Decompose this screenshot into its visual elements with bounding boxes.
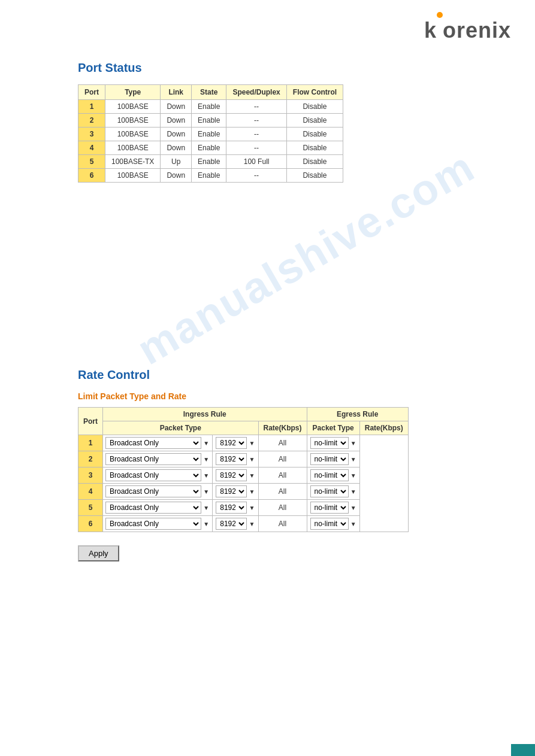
packet-type-select[interactable]: Broadcast Only Broadcast All	[105, 518, 201, 530]
egress-rate-select[interactable]: no-limit	[310, 437, 349, 449]
rc-col-port: Port	[78, 408, 103, 435]
table-row: 1 100BASE Down Enable -- Disable	[78, 100, 343, 114]
table-row: 2 Broadcast Only Broadcast All ▼ 8192 ▼ …	[78, 451, 409, 467]
state-cell: Enable	[192, 155, 226, 169]
apply-button[interactable]: Apply	[78, 545, 119, 561]
packet-type-select[interactable]: Broadcast Only Broadcast All	[105, 437, 201, 449]
table-row: 6 100BASE Down Enable -- Disable	[78, 169, 343, 183]
speed-cell: --	[226, 100, 286, 114]
rc-col-egress-rate: Rate(Kbps)	[359, 421, 408, 435]
flow-cell: Disable	[286, 141, 343, 155]
rc-egress-rate-cell[interactable]: no-limit ▼	[307, 516, 359, 532]
link-cell: Down	[161, 127, 192, 141]
link-cell: Down	[161, 100, 192, 114]
rc-rate-cell[interactable]: 8192 ▼	[213, 516, 258, 532]
table-row: 4 100BASE Down Enable -- Disable	[78, 141, 343, 155]
egress-rate-select[interactable]: no-limit	[310, 485, 349, 497]
rc-egress-packet-cell: All	[258, 435, 307, 451]
header: korenix	[0, 0, 535, 49]
table-row: 4 Broadcast Only Broadcast All ▼ 8192 ▼ …	[78, 484, 409, 500]
rc-packet-type-cell[interactable]: Broadcast Only Broadcast All ▼	[103, 484, 213, 500]
port-status-table: Port Type Link State Speed/Duplex Flow C…	[78, 84, 343, 183]
egress-rate-select[interactable]: no-limit	[310, 469, 349, 481]
egress-rate-select[interactable]: no-limit	[310, 453, 349, 465]
port-cell: 6	[78, 169, 105, 183]
packet-type-select[interactable]: Broadcast Only Broadcast All	[105, 502, 201, 514]
footer-bar	[511, 744, 535, 756]
type-cell: 100BASE	[105, 141, 161, 155]
type-cell: 100BASE	[105, 127, 161, 141]
rate-control-subtitle: Limit Packet Type and Rate	[78, 391, 457, 401]
col-type: Type	[105, 85, 161, 100]
rc-port-cell: 2	[78, 451, 103, 467]
table-row: 5 Broadcast Only Broadcast All ▼ 8192 ▼ …	[78, 500, 409, 516]
rc-egress-rate-cell[interactable]: no-limit ▼	[307, 484, 359, 500]
rc-egress-packet-cell: All	[258, 451, 307, 467]
flow-cell: Disable	[286, 100, 343, 114]
rc-egress-rate-cell[interactable]: no-limit ▼	[307, 435, 359, 451]
port-cell: 1	[78, 100, 105, 114]
rc-egress-packet-cell: All	[258, 467, 307, 484]
rc-col-egress-packet: Packet Type	[307, 421, 359, 435]
rc-egress-rate-cell[interactable]: no-limit ▼	[307, 500, 359, 516]
rc-packet-type-cell[interactable]: Broadcast Only Broadcast All ▼	[103, 451, 213, 467]
egress-header: Egress Rule	[307, 408, 408, 421]
type-cell: 100BASE	[105, 100, 161, 114]
logo-rest: orenix	[443, 18, 511, 42]
rate-select[interactable]: 8192	[216, 469, 247, 481]
link-cell: Down	[161, 169, 192, 183]
type-cell: 100BASE	[105, 114, 161, 127]
rate-control-title: Rate Control	[78, 368, 457, 382]
main-content: Port Status Port Type Link State Speed/D…	[0, 49, 535, 573]
flow-cell: Disable	[286, 155, 343, 169]
logo: korenix	[424, 12, 511, 43]
rc-packet-type-cell[interactable]: Broadcast Only Broadcast All ▼	[103, 467, 213, 484]
rc-egress-rate-cell[interactable]: no-limit ▼	[307, 467, 359, 484]
packet-type-select[interactable]: Broadcast Only Broadcast All	[105, 485, 201, 497]
state-cell: Enable	[192, 100, 226, 114]
port-cell: 4	[78, 141, 105, 155]
port-cell: 5	[78, 155, 105, 169]
rc-egress-rate-cell[interactable]: no-limit ▼	[307, 451, 359, 467]
port-cell: 2	[78, 114, 105, 127]
rc-rate-cell[interactable]: 8192 ▼	[213, 484, 258, 500]
rc-packet-type-cell[interactable]: Broadcast Only Broadcast All ▼	[103, 500, 213, 516]
rc-rate-cell[interactable]: 8192 ▼	[213, 435, 258, 451]
rc-col-rate: Rate(Kbps)	[258, 421, 307, 435]
speed-cell: --	[226, 169, 286, 183]
rc-egress-packet-cell: All	[258, 500, 307, 516]
rate-select[interactable]: 8192	[216, 437, 247, 449]
rate-select[interactable]: 8192	[216, 518, 247, 530]
rate-select[interactable]: 8192	[216, 502, 247, 514]
packet-type-select[interactable]: Broadcast Only Broadcast All	[105, 469, 201, 481]
col-port: Port	[78, 85, 105, 100]
col-state: State	[192, 85, 226, 100]
flow-cell: Disable	[286, 169, 343, 183]
egress-rate-select[interactable]: no-limit	[310, 518, 349, 530]
state-cell: Enable	[192, 127, 226, 141]
link-cell: Down	[161, 141, 192, 155]
rc-packet-type-cell[interactable]: Broadcast Only Broadcast All ▼	[103, 435, 213, 451]
rc-packet-type-cell[interactable]: Broadcast Only Broadcast All ▼	[103, 516, 213, 532]
flow-cell: Disable	[286, 127, 343, 141]
rate-select[interactable]: 8192	[216, 485, 247, 497]
speed-cell: 100 Full	[226, 155, 286, 169]
rc-rate-cell[interactable]: 8192 ▼	[213, 451, 258, 467]
rate-select[interactable]: 8192	[216, 453, 247, 465]
col-flow: Flow Control	[286, 85, 343, 100]
speed-cell: --	[226, 141, 286, 155]
port-cell: 3	[78, 127, 105, 141]
table-row: 1 Broadcast Only Broadcast All ▼ 8192 ▼ …	[78, 435, 409, 451]
rc-rate-cell[interactable]: 8192 ▼	[213, 467, 258, 484]
type-cell: 100BASE-TX	[105, 155, 161, 169]
rc-port-cell: 3	[78, 467, 103, 484]
rc-rate-cell[interactable]: 8192 ▼	[213, 500, 258, 516]
link-cell: Up	[161, 155, 192, 169]
rc-port-cell: 5	[78, 500, 103, 516]
rc-port-cell: 1	[78, 435, 103, 451]
packet-type-select[interactable]: Broadcast Only Broadcast All	[105, 453, 201, 465]
rc-egress-packet-cell: All	[258, 516, 307, 532]
col-speed: Speed/Duplex	[226, 85, 286, 100]
rc-col-packet-type: Packet Type	[103, 421, 259, 435]
egress-rate-select[interactable]: no-limit	[310, 502, 349, 514]
